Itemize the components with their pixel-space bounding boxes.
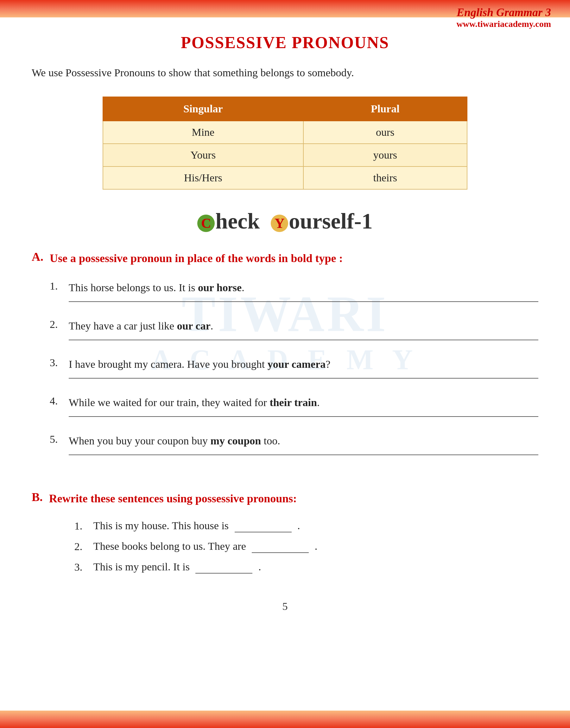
- table-cell-singular: Yours: [103, 144, 303, 166]
- page-title: POSSESSIVE PRONOUNS: [32, 33, 538, 52]
- section-b-item: 3. This is my pencil. It is .: [74, 561, 538, 574]
- item-text: This is my pencil. It is .: [93, 561, 261, 574]
- section-a-item: 1. This horse belongs to us. It is our h…: [50, 279, 538, 302]
- bold-text: my coupon: [211, 435, 261, 447]
- book-title: English Grammar 3: [456, 6, 551, 19]
- item-text: These books belong to us. They are .: [93, 540, 317, 553]
- intro-text: We use Possessive Pronouns to show that …: [32, 65, 538, 81]
- header-brand: English Grammar 3 www.tiwariacademy.com: [456, 6, 551, 29]
- item-number: 4.: [50, 395, 69, 407]
- item-sentence: When you buy your coupon buy my coupon t…: [69, 433, 538, 455]
- answer-line: [69, 455, 538, 455]
- fill-blank[interactable]: [195, 561, 252, 574]
- check-yourself-title: Check Yourself-1: [32, 208, 538, 234]
- item-number: 3.: [74, 561, 93, 573]
- section-b-item: 1. This is my house. This house is .: [74, 520, 538, 532]
- table-cell-plural: theirs: [303, 166, 467, 189]
- item-text: This is my house. This house is .: [93, 520, 300, 532]
- item-sentence: They have a car just like our car.: [69, 318, 538, 340]
- top-bar: English Grammar 3 www.tiwariacademy.com: [0, 0, 570, 17]
- answer-line: [69, 301, 538, 302]
- bottom-bar: [0, 711, 570, 728]
- section-a-item: 2. They have a car just like our car.: [50, 318, 538, 340]
- fill-blank[interactable]: [235, 520, 292, 532]
- table-row: Mine ours: [103, 121, 467, 144]
- item-sentence: This horse belongs to us. It is our hors…: [69, 279, 538, 302]
- table-cell-plural: ours: [303, 121, 467, 144]
- page-number: 5: [32, 601, 538, 613]
- section-a-item: 3. I have brought my camera. Have you br…: [50, 356, 538, 379]
- table-row: His/Hers theirs: [103, 166, 467, 189]
- item-number: 2.: [50, 318, 69, 330]
- pronoun-table: Singular Plural Mine ours Yours yours Hi…: [102, 96, 468, 190]
- table-row: Yours yours: [103, 144, 467, 166]
- table-cell-singular: His/Hers: [103, 166, 303, 189]
- c-circle: C: [197, 215, 215, 232]
- item-number: 1.: [50, 279, 69, 292]
- item-number: 5.: [50, 433, 69, 445]
- answer-line: [69, 378, 538, 379]
- answer-line: [69, 416, 538, 417]
- check-title-part1: heck: [215, 209, 260, 233]
- item-number: 2.: [74, 541, 93, 553]
- fill-blank[interactable]: [252, 540, 309, 553]
- section-b: B. Rewrite these sentences using possess…: [32, 490, 538, 582]
- bold-text: their train: [270, 397, 317, 408]
- section-b-instruction: Rewrite these sentences using possessive…: [49, 490, 538, 507]
- website-url: www.tiwariacademy.com: [456, 19, 551, 29]
- answer-line: [69, 339, 538, 340]
- section-a-item: 4. While we waited for our train, they w…: [50, 395, 538, 417]
- item-sentence: While we waited for our train, they wait…: [69, 395, 538, 417]
- item-sentence: I have brought my camera. Have you broug…: [69, 356, 538, 379]
- section-a-item: 5. When you buy your coupon buy my coupo…: [50, 433, 538, 455]
- bold-text: our car: [177, 320, 211, 332]
- section-a-instruction: Use a possessive pronoun in place of the…: [50, 250, 538, 267]
- bold-text: your camera: [268, 358, 325, 370]
- item-number: 1.: [74, 520, 93, 532]
- section-b-label: B.: [32, 490, 43, 504]
- section-a-label: A.: [32, 250, 43, 264]
- table-cell-singular: Mine: [103, 121, 303, 144]
- table-cell-plural: yours: [303, 144, 467, 166]
- table-header-plural: Plural: [303, 97, 467, 121]
- y-circle: Y: [271, 215, 288, 232]
- section-a: A. Use a possessive pronoun in place of …: [32, 250, 538, 471]
- item-number: 3.: [50, 356, 69, 369]
- check-title-part2: ourself-1: [289, 209, 372, 233]
- table-header-singular: Singular: [103, 97, 303, 121]
- bold-text: our horse: [198, 282, 242, 293]
- main-content: POSSESSIVE PRONOUNS We use Possessive Pr…: [0, 17, 570, 644]
- section-b-item: 2. These books belong to us. They are .: [74, 540, 538, 553]
